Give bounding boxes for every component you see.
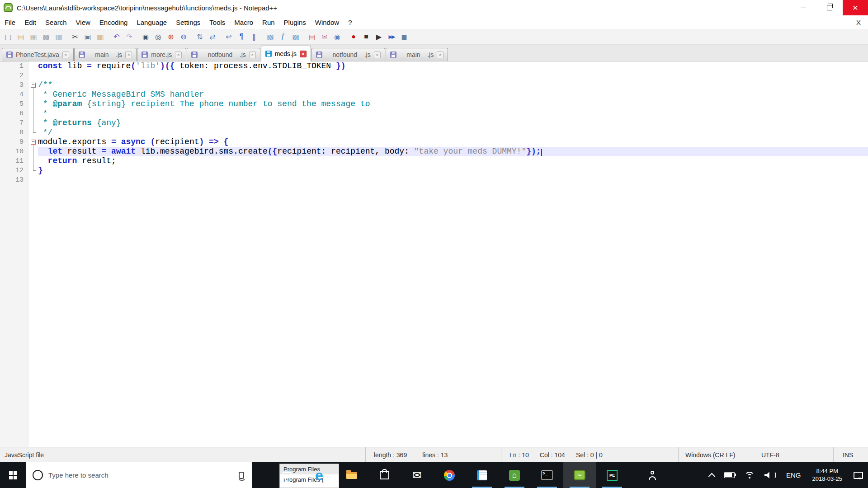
status-pane-eol[interactable]: Windows (CR LF) <box>678 447 753 462</box>
menu-encoding[interactable]: Encoding <box>95 15 132 29</box>
sync-vertical-icon[interactable]: ⇅ <box>194 31 206 42</box>
close-tab-icon[interactable]: × <box>300 51 307 57</box>
record-macro-icon[interactable]: ● <box>348 31 359 42</box>
microphone-icon[interactable] <box>239 472 244 479</box>
cut-icon[interactable]: ✂ <box>69 31 81 42</box>
sync-horizontal-icon[interactable]: ⇄ <box>207 31 218 42</box>
code-line-9[interactable]: 9−module.exports = async (recipient) => … <box>0 137 868 147</box>
code-line-7[interactable]: 7 * @returns {any} <box>0 118 868 128</box>
editor[interactable]: 1const lib = require('lib')({ token: pro… <box>0 61 868 447</box>
mail-icon[interactable]: ✉ <box>401 462 433 488</box>
paste-icon[interactable]: ▥ <box>94 31 106 42</box>
menu-edit[interactable]: Edit <box>20 15 41 29</box>
show-all-chars-icon[interactable]: ¶ <box>236 31 247 42</box>
mime-tools-icon[interactable]: ✉ <box>319 31 330 42</box>
pycharm-edu-icon[interactable]: PE <box>596 462 628 488</box>
restore-button[interactable] <box>816 0 843 15</box>
tab-main-js[interactable]: __main__.js× <box>386 48 448 61</box>
tray-expand-button[interactable] <box>704 462 719 488</box>
fold-collapse-icon[interactable]: − <box>31 140 36 145</box>
fold-collapse-icon[interactable]: − <box>31 83 36 88</box>
home-app-icon[interactable]: ⌂ <box>498 462 531 488</box>
folder-workspace-icon[interactable]: ▨ <box>290 31 302 42</box>
fold-minus-red[interactable]: − <box>29 137 38 147</box>
open-folder-icon[interactable]: ▤ <box>15 31 27 42</box>
copy-icon[interactable]: ▣ <box>82 31 94 42</box>
code-line-13[interactable]: 13 <box>0 175 868 185</box>
minimize-button[interactable] <box>790 0 816 15</box>
code-line-8[interactable]: 8 */ <box>0 128 868 137</box>
code-line-6[interactable]: 6 * <box>0 109 868 118</box>
code-line-11[interactable]: 11 return result; <box>0 156 868 166</box>
print-icon[interactable]: ▥ <box>53 31 65 42</box>
task-view-button[interactable] <box>270 462 303 488</box>
undo-icon[interactable]: ↶ <box>111 31 123 42</box>
start-button[interactable] <box>0 462 26 488</box>
save-all-icon[interactable]: ▩ <box>40 31 52 42</box>
find-icon[interactable]: ◉ <box>140 31 151 42</box>
menu-settings[interactable]: Settings <box>171 15 205 29</box>
code-line-5[interactable]: 5 * @param {string} recipient The phone … <box>0 99 868 109</box>
store-icon[interactable] <box>368 462 401 488</box>
volume-button[interactable] <box>760 462 781 488</box>
tab-main-js[interactable]: __main__.js× <box>74 48 137 61</box>
language-indicator[interactable]: ENG <box>781 462 806 488</box>
save-icon[interactable]: ▦ <box>28 31 39 42</box>
code-line-3[interactable]: 3−/** <box>0 80 868 90</box>
tab-notfound-js[interactable]: __notfound__.js× <box>187 48 260 61</box>
code-line-12[interactable]: 12} <box>0 166 868 175</box>
notepad-plus-plus-icon[interactable]: ~ <box>563 462 596 488</box>
menu-help[interactable]: ? <box>344 15 356 29</box>
menu-language[interactable]: Language <box>132 15 171 29</box>
function-list-icon[interactable]: ƒ <box>277 31 289 42</box>
code-line-1[interactable]: 1const lib = require('lib')({ token: pro… <box>0 61 868 71</box>
edge-icon[interactable]: e <box>303 462 335 488</box>
redo-icon[interactable]: ↷ <box>123 31 135 42</box>
close-tab-icon[interactable]: × <box>374 52 381 58</box>
tab-meds-js[interactable]: meds.js× <box>261 46 311 61</box>
close-tab-icon[interactable]: × <box>62 52 69 58</box>
menu-view[interactable]: View <box>71 15 95 29</box>
menu-plugins[interactable]: Plugins <box>279 15 311 29</box>
zoom-out-icon[interactable]: ⊖ <box>178 31 189 42</box>
replace-icon[interactable]: ◎ <box>152 31 164 42</box>
menu-macro[interactable]: Macro <box>230 15 258 29</box>
menu-run[interactable]: Run <box>258 15 279 29</box>
word-wrap-icon[interactable]: ↩ <box>223 31 235 42</box>
new-file-icon[interactable]: ▢ <box>2 31 14 42</box>
status-pane-insert[interactable]: INS <box>833 447 868 462</box>
file-explorer-icon[interactable] <box>335 462 368 488</box>
document-map-icon[interactable]: ▧ <box>264 31 276 42</box>
tab-phonetest-java[interactable]: PhoneTest.java× <box>2 48 74 61</box>
action-center-button[interactable] <box>849 462 868 488</box>
battery-button[interactable] <box>719 462 740 488</box>
network-button[interactable] <box>740 462 760 488</box>
taskbar-search-input[interactable]: Type here to search <box>26 462 252 488</box>
preview-eye-icon[interactable]: ◉ <box>331 31 343 42</box>
close-tab-icon[interactable]: × <box>125 52 132 58</box>
code-line-2[interactable]: 2 <box>0 71 868 80</box>
code-line-10[interactable]: 10 let result = await lib.messagebird.sm… <box>0 147 868 156</box>
zoom-in-icon[interactable]: ⊕ <box>165 31 177 42</box>
menu-close-x[interactable]: X <box>849 19 868 26</box>
menu-tools[interactable]: Tools <box>205 15 230 29</box>
indent-guide-icon[interactable]: ∥ <box>248 31 260 42</box>
clock[interactable]: 8:44 PM 2018-03-25 <box>806 462 849 488</box>
close-tab-icon[interactable]: × <box>175 52 182 58</box>
tab-more-js[interactable]: more.js× <box>137 48 186 61</box>
play-macro-icon[interactable]: ▶ <box>373 31 385 42</box>
fold-minus[interactable]: − <box>29 80 38 90</box>
chrome-icon[interactable] <box>433 462 466 488</box>
menu-search[interactable]: Search <box>41 15 71 29</box>
stop-macro-icon[interactable]: ■ <box>360 31 372 42</box>
close-button[interactable]: × <box>843 0 868 15</box>
code-line-4[interactable]: 4 * Generic MessageBird SMS handler <box>0 90 868 99</box>
monitoring-icon[interactable]: ▤ <box>306 31 318 42</box>
status-pane-encoding[interactable]: UTF-8 <box>753 447 833 462</box>
close-tab-icon[interactable]: × <box>249 52 256 58</box>
save-macro-icon[interactable]: ◼ <box>398 31 410 42</box>
tab-notfound-js[interactable]: __notfound__.js× <box>311 48 385 61</box>
notepad-app-icon[interactable] <box>466 462 498 488</box>
menu-window[interactable]: Window <box>311 15 344 29</box>
close-tab-icon[interactable]: × <box>437 52 443 58</box>
